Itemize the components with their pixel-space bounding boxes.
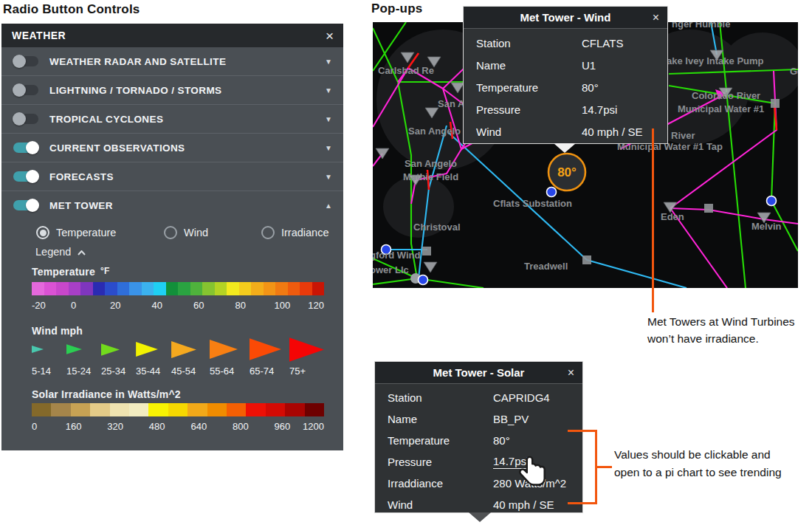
map-label: ower Llc [373, 264, 409, 275]
temperature-badge-value[interactable]: 80° [557, 165, 577, 179]
color-swatch [56, 282, 69, 295]
wind-bin-75: 75+ [289, 337, 326, 377]
popup-row-name: NameBB_PV [375, 408, 582, 430]
legend-toggle[interactable]: Legend [35, 246, 86, 258]
wind-legend-title: Wind mph [32, 325, 83, 337]
toggle-lightning-tornado-storms[interactable] [13, 85, 38, 95]
radio-label: Temperature [56, 227, 116, 239]
radio-wind[interactable]: Wind [164, 226, 208, 239]
layer-row-lightning-tornado-storms[interactable]: LIGHTNING / TORNADO / STORMS▼ [1, 76, 343, 105]
popup-row-temperature: Temperature80° [464, 76, 667, 98]
color-swatch [71, 403, 90, 416]
radio-irradiance[interactable]: Irradiance [261, 226, 328, 239]
wind-arrow-icon [66, 337, 101, 362]
wind-bin-label: 35-44 [136, 366, 171, 377]
toggle-met-tower[interactable] [13, 200, 38, 210]
layer-row-forecasts[interactable]: FORECASTS▼ [1, 162, 343, 191]
toggle-current-observations[interactable] [13, 143, 38, 153]
color-swatch [207, 403, 227, 416]
radio-circle-icon [36, 226, 49, 239]
popup-row-label: Temperature [476, 81, 538, 94]
color-swatch [142, 282, 154, 295]
toggle-knob [26, 170, 39, 183]
popup-pointer [469, 512, 491, 522]
square-marker[interactable] [582, 255, 591, 264]
color-swatch [239, 282, 252, 295]
map-label: San A [438, 98, 465, 109]
chevron-down-icon[interactable]: ▼ [325, 86, 332, 95]
color-swatch [32, 403, 51, 416]
popup-value-temperature[interactable]: 80° [582, 81, 599, 94]
color-swatch [187, 403, 207, 416]
color-swatch [51, 403, 70, 416]
close-icon[interactable]: × [653, 12, 659, 24]
map-label: gford Wind [373, 250, 421, 261]
toggle-tropical-cyclones[interactable] [13, 114, 38, 124]
popup-value-station[interactable]: CAPRIDG4 [493, 391, 550, 404]
popup-value-temperature[interactable]: 80° [493, 434, 510, 447]
popup-row-label: Name [388, 413, 417, 425]
square-marker[interactable] [771, 99, 780, 108]
toggle-forecasts[interactable] [13, 171, 38, 182]
wind-bin-label: 65-74 [250, 366, 289, 377]
map-label: Colorado River [692, 90, 760, 101]
close-icon[interactable]: × [568, 367, 574, 379]
tower-marker[interactable] [376, 148, 389, 159]
layer-row-tropical-cyclones[interactable]: TROPICAL CYCLONES▼ [1, 105, 343, 134]
wind-arrow-icon [289, 337, 326, 362]
popups-section-title: Pop-ups [371, 1, 422, 16]
close-icon[interactable]: × [326, 29, 334, 43]
popup-value-wind[interactable]: 40 mph / SE [493, 498, 554, 511]
popup-value-name[interactable]: BB_PV [493, 413, 529, 425]
green-transmission-line[interactable] [373, 278, 417, 284]
map-label: Mathie Field [403, 171, 458, 182]
popup-value-wind[interactable]: 40 mph / SE [582, 126, 643, 138]
radio-circle-icon [261, 226, 275, 239]
color-swatch [275, 282, 288, 295]
wind-annotation-note: Met Towers at Wind Turbines won’t have i… [647, 313, 804, 347]
tick-label: 800 [233, 421, 249, 432]
chevron-down-icon[interactable]: ▼ [325, 58, 332, 66]
color-swatch [215, 282, 227, 295]
green-transmission-line[interactable] [771, 103, 775, 201]
popup-value-name[interactable]: U1 [582, 59, 596, 72]
chevron-down-icon[interactable]: ▼ [325, 173, 332, 181]
square-marker[interactable] [422, 247, 431, 255]
color-swatch [90, 403, 109, 416]
tick-label: 60 [193, 300, 204, 311]
chevron-up-icon[interactable]: ▲ [325, 202, 332, 210]
square-marker[interactable] [704, 204, 713, 213]
popup-value-pressure[interactable]: 14.7psi [582, 103, 617, 116]
wind-bin-label: 75+ [289, 366, 326, 377]
chevron-down-icon[interactable]: ▼ [325, 115, 332, 123]
color-swatch [227, 282, 239, 295]
wind-bin-label: 5-14 [32, 366, 66, 377]
layer-row-weather-radar-and-satellite[interactable]: WEATHER RADAR AND SATELLITE▼ [1, 47, 343, 76]
solar-annotation-note: Values should be clickable and open to a… [614, 446, 794, 481]
toggle-weather-radar-and-satellite[interactable] [13, 56, 38, 66]
popup-header: Met Tower - Wind × [464, 7, 667, 29]
popup-row-irraddiance: Irraddiance280 Watts/m^2 [375, 473, 582, 494]
color-swatch [246, 403, 265, 416]
layer-label: TROPICAL CYCLONES [49, 114, 163, 125]
substation-dot[interactable] [547, 188, 557, 197]
tower-marker[interactable] [424, 262, 437, 272]
popup-body: StationCFLATSNameU1Temperature80°Pressur… [464, 29, 667, 143]
chevron-down-icon[interactable]: ▼ [325, 144, 332, 152]
color-swatch [129, 282, 142, 295]
radio-temperature[interactable]: Temperature [36, 226, 116, 239]
wind-bin-15-24: 15-24 [66, 337, 101, 377]
tick-label: 0 [71, 300, 76, 311]
tick-label: 0 [32, 421, 37, 432]
tick-label: 960 [275, 421, 291, 432]
popup-row-name: NameU1 [464, 54, 667, 76]
popup-row-wind: Wind40 mph / SE [464, 120, 667, 143]
substation-dot[interactable] [419, 275, 428, 285]
substation-dot[interactable] [767, 196, 777, 206]
wind-arrow-icon [250, 337, 289, 362]
layer-row-current-observations[interactable]: CURRENT OBSERVATIONS▼ [1, 134, 343, 162]
left-section-title: Radio Button Controls [3, 2, 140, 17]
layer-row-met-tower[interactable]: MET TOWER▲ [1, 191, 343, 219]
popup-value-station[interactable]: CFLATS [582, 37, 623, 49]
solar-color-scale [32, 403, 324, 416]
